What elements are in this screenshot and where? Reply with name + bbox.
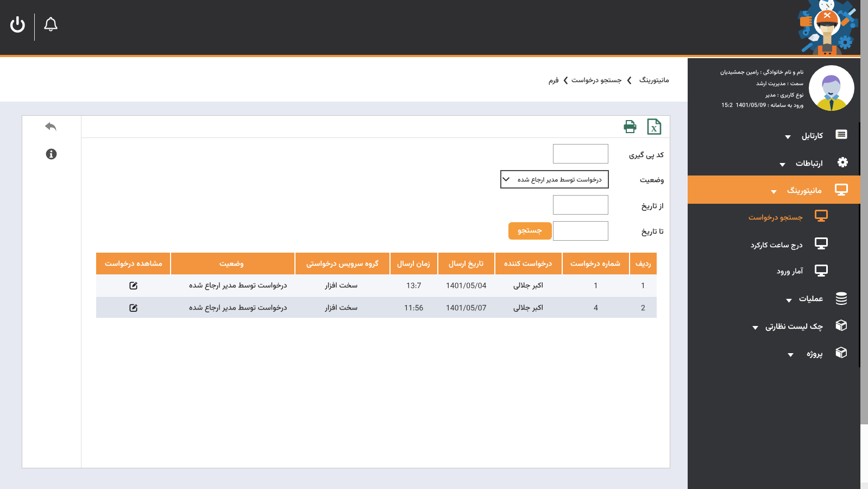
svg-text:X: X	[651, 124, 657, 133]
